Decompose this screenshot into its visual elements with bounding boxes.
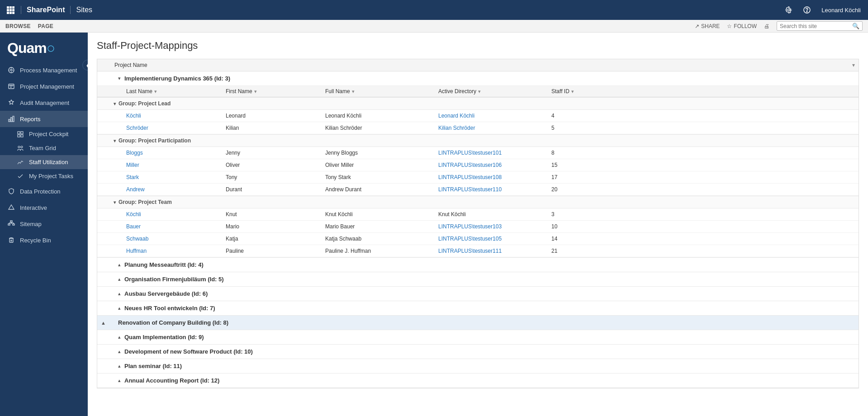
cell-lastname-miller[interactable]: Miller xyxy=(123,159,222,171)
settings-icon[interactable] xyxy=(782,3,796,17)
search-input[interactable] xyxy=(780,23,852,29)
project-9-title: Quam Implementation (Id: 9) xyxy=(124,334,204,340)
browse-tab[interactable]: BROWSE xyxy=(5,23,31,29)
project-name-filter-icon[interactable]: ▾ xyxy=(852,62,855,68)
cell-activedir-bauer[interactable]: LINTRAPLUS\testuser103 xyxy=(435,221,548,232)
cell-activedir-schwaab[interactable]: LINTRAPLUS\testuser105 xyxy=(435,233,548,245)
cell-lastname-schroder-lead[interactable]: Schröder xyxy=(123,122,222,134)
cell-firstname-bauer: Mario xyxy=(222,221,322,232)
sidebar-item-myprojtasks[interactable]: My Project Tasks xyxy=(0,169,88,183)
project-group-10[interactable]: ▴ Development of new Software Product (I… xyxy=(97,345,859,359)
cell-firstname-kochli-lead: Leonard xyxy=(222,110,322,122)
project-group-4[interactable]: ▴ Planung Messeauftritt (Id: 4) xyxy=(97,258,859,272)
group-project-lead-header[interactable]: ▾ Group: Project Lead xyxy=(97,97,859,110)
project-group-3-header[interactable]: ▾ Implementierung Dynamics 365 (Id: 3) xyxy=(97,71,859,85)
staffutil-icon xyxy=(16,159,24,165)
cell-lastname-kochli-lead[interactable]: Köchli xyxy=(123,110,222,122)
staff-id-filter-icon[interactable]: ▾ xyxy=(571,89,574,95)
project-group-7[interactable]: ▴ Neues HR Tool entwickeln (Id: 7) xyxy=(97,301,859,316)
active-dir-filter-icon[interactable]: ▾ xyxy=(478,89,481,95)
project-8-title: Renovation of Company Building (Id: 8) xyxy=(118,319,228,326)
sidebar-item-dataprotect[interactable]: Data Protection xyxy=(0,183,88,199)
logo-text: Quam xyxy=(7,40,47,57)
sidebar-item-teamgrid[interactable]: Team Grid xyxy=(0,141,88,155)
cell-lastname-kochli-team[interactable]: Köchli xyxy=(123,208,222,220)
sidebar-item-audit[interactable]: Audit Management xyxy=(0,95,88,111)
project-12-title: Annual Accounting Report (Id: 12) xyxy=(124,377,219,384)
first-name-filter-icon[interactable]: ▾ xyxy=(254,89,257,95)
staff-id-col-header: Staff ID ▾ xyxy=(548,88,859,95)
project-group-5[interactable]: ▴ Organisation Firmenjubiläum (Id: 5) xyxy=(97,272,859,287)
group-participation-expand-icon: ▾ xyxy=(114,138,116,143)
cell-activedir-andrew[interactable]: LINTRAPLUS\testuser110 xyxy=(435,184,548,195)
sidebar: Quam○ ❮ Process Management xyxy=(0,33,88,416)
full-name-filter-icon[interactable]: ▾ xyxy=(352,89,355,95)
project-group-12[interactable]: ▴ Annual Accounting Report (Id: 12) xyxy=(97,373,859,388)
project-3-title: Implementierung Dynamics 365 (Id: 3) xyxy=(124,75,230,82)
cell-lastname-bloggs[interactable]: Bloggs xyxy=(123,147,222,159)
sidebar-item-staffutil[interactable]: Staff Utilization xyxy=(0,155,88,169)
svg-point-11 xyxy=(807,11,807,12)
project-group-3: ▾ Implementierung Dynamics 365 (Id: 3) L… xyxy=(97,71,859,258)
sub-nav: BROWSE PAGE ↗ SHARE ☆ FOLLOW 🖨 🔍 xyxy=(0,20,868,33)
sidebar-item-recyclebin[interactable]: Recycle Bin xyxy=(0,232,88,248)
svg-marker-31 xyxy=(9,205,14,209)
user-name[interactable]: Leonard Köchli xyxy=(818,7,864,14)
group-team-header[interactable]: ▾ Group: Project Team xyxy=(97,196,859,208)
svg-rect-32 xyxy=(10,221,12,222)
cell-lastname-bauer[interactable]: Bauer xyxy=(123,221,222,232)
cell-staffid-stark: 17 xyxy=(548,171,859,183)
cell-staffid-huffman: 21 xyxy=(548,245,859,257)
cell-activedir-schroder-lead[interactable]: Kilian Schröder xyxy=(435,122,548,134)
svg-rect-0 xyxy=(7,6,9,9)
cell-staffid-schroder-lead: 5 xyxy=(548,122,859,134)
cell-activedir-miller[interactable]: LINTRAPLUS\testuser106 xyxy=(435,159,548,171)
project-11-title: Plan seminar (Id: 11) xyxy=(124,363,182,369)
cell-lastname-andrew[interactable]: Andrew xyxy=(123,184,222,195)
table-row: Andrew Durant Andrew Durant LINTRAPLUS\t… xyxy=(97,184,859,196)
page-tab[interactable]: PAGE xyxy=(38,23,53,29)
cell-lastname-huffman[interactable]: Huffman xyxy=(123,245,222,257)
cell-staffid-kochli-lead: 4 xyxy=(548,110,859,122)
project-group-11[interactable]: ▴ Plan seminar (Id: 11) xyxy=(97,359,859,373)
cell-fullname-kochli-team: Knut Köchli xyxy=(322,208,435,220)
search-bar[interactable]: 🔍 xyxy=(777,21,863,31)
project-group-9[interactable]: ▴ Quam Implementation (Id: 9) xyxy=(97,330,859,345)
sitemap-icon xyxy=(7,220,15,227)
sidebar-item-process[interactable]: Process Management xyxy=(0,62,88,78)
group-participation-header[interactable]: ▾ Group: Project Participation xyxy=(97,134,859,147)
cell-activedir-huffman[interactable]: LINTRAPLUS\testuser111 xyxy=(435,245,548,257)
svg-rect-22 xyxy=(9,119,10,122)
sidebar-item-process-label: Process Management xyxy=(20,67,77,74)
sidebar-item-sitemap[interactable]: Sitemap xyxy=(0,216,88,232)
sidebar-item-reports[interactable]: Reports xyxy=(0,111,88,127)
cell-activedir-stark[interactable]: LINTRAPLUS\testuser108 xyxy=(435,171,548,183)
share-button[interactable]: ↗ SHARE xyxy=(695,23,720,29)
cell-activedir-kochli-lead[interactable]: Leonard Köchli xyxy=(435,110,548,122)
grid-icon[interactable] xyxy=(4,3,17,17)
first-name-col-header: First Name ▾ xyxy=(222,88,322,95)
active-dir-col-header: Active Directory ▾ xyxy=(435,88,548,95)
search-icon[interactable]: 🔍 xyxy=(852,23,859,29)
help-icon[interactable] xyxy=(800,3,814,17)
sidebar-item-project[interactable]: Project Management xyxy=(0,78,88,95)
expand-icon-9: ▴ xyxy=(118,334,121,340)
print-button[interactable]: 🖨 xyxy=(764,23,769,29)
last-name-filter-icon[interactable]: ▾ xyxy=(154,89,157,95)
active-dir-label: Active Directory xyxy=(438,88,476,95)
cell-lastname-schwaab[interactable]: Schwaab xyxy=(123,233,222,245)
table-row: Huffman Pauline Pauline J. Huffman LINTR… xyxy=(97,245,859,257)
cell-fullname-huffman: Pauline J. Huffman xyxy=(322,245,435,257)
cell-activedir-bloggs[interactable]: LINTRAPLUS\testuser101 xyxy=(435,147,548,159)
sidebar-item-interactive[interactable]: Interactive xyxy=(0,199,88,216)
follow-button[interactable]: ☆ FOLLOW xyxy=(727,23,757,29)
cell-fullname-schwaab: Katja Schwaab xyxy=(322,233,435,245)
sidebar-item-cockpit[interactable]: Project Cockpit xyxy=(0,127,88,141)
cell-fullname-andrew: Andrew Durant xyxy=(322,184,435,195)
cell-lastname-stark[interactable]: Stark xyxy=(123,171,222,183)
svg-point-30 xyxy=(21,146,23,148)
svg-rect-34 xyxy=(13,224,14,225)
project-group-6[interactable]: ▴ Ausbau Servergebäude (Id: 6) xyxy=(97,287,859,301)
expand-icon-12: ▴ xyxy=(118,378,121,383)
project-group-8[interactable]: ▲ Renovation of Company Building (Id: 8) xyxy=(97,316,859,330)
